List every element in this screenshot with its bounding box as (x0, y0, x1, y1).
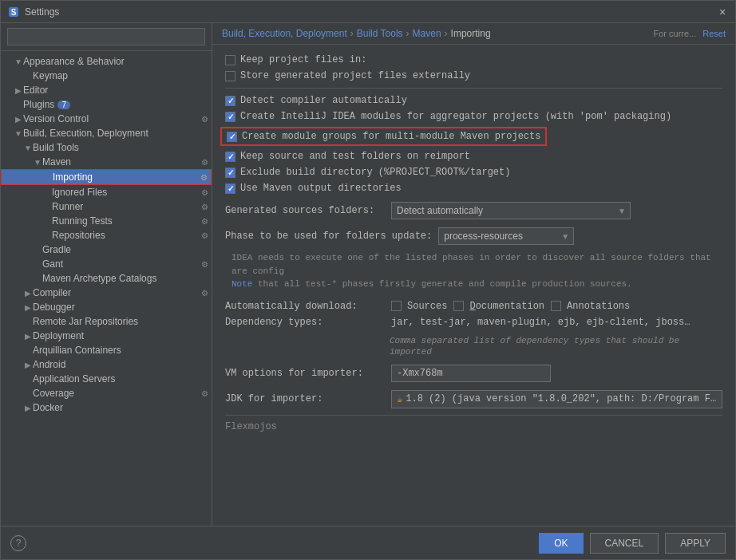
auto-download-label: Automatically download: (225, 301, 385, 312)
sidebar-item-compiler[interactable]: ▶ Compiler ⚙ (1, 286, 212, 300)
checkbox-container: ✓ Create module groups for multi-module … (227, 131, 540, 142)
dependency-types-label: Dependency types: (225, 317, 385, 328)
info-line-2-rest: that all test-* phases firstly generate … (258, 279, 632, 289)
use-maven-output-label: Use Maven output directories (240, 183, 402, 194)
breadcrumb-build-tools[interactable]: Build Tools (357, 28, 403, 39)
sidebar-item-remote-jar[interactable]: Remote Jar Repositories (1, 314, 212, 329)
check-mark: ✓ (228, 97, 234, 105)
setting-create-module-groups: ✓ Create module groups for multi-module … (220, 127, 547, 146)
sidebar-item-label: Appearance & Behavior (23, 56, 125, 67)
help-button[interactable]: ? (10, 535, 26, 551)
sidebar-item-debugger[interactable]: ▶ Debugger (1, 300, 212, 314)
sidebar-item-android[interactable]: ▶ Android (1, 357, 212, 372)
generated-sources-dropdown[interactable]: Detect automatically (391, 202, 631, 219)
sidebar-item-label: Importing (53, 172, 93, 183)
exclude-build-checkbox[interactable]: ✓ (225, 168, 235, 178)
sidebar-item-maven[interactable]: ▼ Maven ⚙ (1, 155, 212, 169)
phase-dropdown[interactable]: process-resources (438, 227, 574, 245)
sidebar-item-runner[interactable]: Runner ⚙ (1, 199, 212, 214)
apply-button[interactable]: APPLY (665, 533, 726, 554)
search-input[interactable] (7, 28, 205, 45)
sidebar-item-gant[interactable]: Gant ⚙ (1, 257, 212, 271)
breadcrumb-sep-3: › (445, 28, 448, 39)
breadcrumb-maven[interactable]: Maven (413, 28, 441, 39)
sidebar-item-ignored-files[interactable]: Ignored Files ⚙ (1, 185, 212, 199)
info-line-1: IDEA needs to execute one of the listed … (231, 251, 722, 278)
sources-checkbox[interactable] (391, 301, 402, 311)
cancel-button[interactable]: CANCEL (590, 533, 659, 554)
check-mark: ✓ (229, 132, 235, 141)
documentation-checkbox[interactable] (453, 301, 464, 311)
vm-options-row: VM options for importer: (225, 365, 722, 382)
expand-arrow (33, 245, 42, 254)
generated-sources-label: Generated sources folders: (225, 205, 385, 216)
sidebar-item-label: Application Servers (33, 373, 115, 385)
detect-compiler-label: Detect compiler automatically (240, 95, 407, 106)
sidebar-item-label: Running Tests (52, 215, 113, 227)
sidebar-item-build-execution[interactable]: ▼ Build, Execution, Deployment (1, 126, 212, 140)
expand-arrow: ▼ (14, 128, 23, 138)
documentation-option: Documentation (453, 301, 544, 312)
checkbox-container: ✓ Create IntelliJ IDEA modules for aggre… (225, 111, 671, 122)
sidebar-item-label: Debugger (33, 302, 75, 313)
sidebar-item-version-control[interactable]: ▶ Version Control ⚙ (1, 112, 212, 126)
keep-project-checkbox[interactable] (225, 55, 235, 65)
breadcrumb-build[interactable]: Build, Execution, Deployment (222, 28, 347, 39)
sidebar-item-repositories[interactable]: Repositories ⚙ (1, 228, 212, 243)
sidebar-item-coverage[interactable]: Coverage ⚙ (1, 386, 212, 400)
checkbox-container: ✓ Keep source and test folders on reimpo… (225, 151, 470, 162)
close-button[interactable]: × (716, 6, 729, 18)
vm-options-input[interactable] (391, 365, 551, 382)
expand-arrow (14, 100, 23, 109)
breadcrumb-current: Importing (451, 28, 491, 39)
sidebar-item-build-tools[interactable]: ▼ Build Tools (1, 140, 212, 155)
sidebar-item-gradle[interactable]: Gradle (1, 243, 212, 257)
sidebar-item-label: Compiler (33, 287, 71, 298)
use-maven-output-checkbox[interactable]: ✓ (225, 183, 235, 194)
info-line-2: Note that all test-* phases firstly gene… (231, 278, 722, 291)
ok-button[interactable]: OK (539, 533, 583, 554)
expand-arrow (43, 172, 53, 182)
sidebar-item-docker[interactable]: ▶ Docker (1, 400, 212, 415)
sidebar-item-deployment[interactable]: ▶ Deployment (1, 329, 212, 343)
store-generated-checkbox[interactable] (225, 71, 235, 81)
expand-arrow (42, 231, 52, 240)
sidebar-item-label: Repositories (52, 230, 105, 241)
expand-arrow (42, 202, 52, 211)
annotations-checkbox[interactable] (551, 301, 561, 311)
sidebar-item-appearance[interactable]: ▼ Appearance & Behavior (1, 54, 212, 69)
main-content: Build, Execution, Deployment › Build Too… (212, 23, 735, 526)
sidebar-item-label: Remote Jar Repositories (33, 316, 138, 327)
gear-icon: ⚙ (201, 231, 208, 240)
detect-compiler-checkbox[interactable]: ✓ (225, 96, 235, 106)
check-mark: ✓ (228, 168, 234, 177)
sidebar-item-plugins[interactable]: Plugins 7 (1, 97, 212, 112)
keep-source-checkbox[interactable]: ✓ (225, 152, 235, 162)
expand-arrow: ▶ (23, 403, 33, 412)
sidebar-item-maven-archetype-catalogs[interactable]: Maven Archetype Catalogs (1, 271, 212, 286)
gear-icon: ⚙ (200, 173, 208, 182)
sidebar-item-running-tests[interactable]: Running Tests ⚙ (1, 214, 212, 228)
gear-icon: ⚙ (201, 158, 208, 167)
sidebar-item-label: Build, Execution, Deployment (23, 128, 148, 139)
keep-project-label: Keep project files in: (240, 54, 366, 65)
sidebar-item-app-servers[interactable]: Application Servers (1, 372, 212, 386)
settings-panel: Keep project files in: Store generated p… (212, 45, 735, 526)
setting-exclude-build: ✓ Exclude build directory (%PROJECT_ROOT… (225, 167, 722, 178)
sidebar-item-label: Gant (42, 258, 63, 270)
sidebar-item-label: Gradle (42, 244, 71, 255)
checkbox-container: ✓ Detect compiler automatically (225, 95, 407, 106)
expand-arrow (33, 274, 42, 283)
jdk-selector[interactable]: ☕ 1.8 (2) (java version "1.8.0_202", pat… (391, 390, 722, 408)
create-module-groups-checkbox[interactable]: ✓ (227, 132, 237, 142)
sidebar-item-arquillian[interactable]: Arquillian Containers (1, 343, 212, 357)
sidebar-item-editor[interactable]: ▶ Editor (1, 83, 212, 97)
sidebar-item-importing[interactable]: Importing ⚙ (1, 169, 212, 185)
gear-icon: ⚙ (201, 289, 208, 298)
create-modules-checkbox[interactable]: ✓ (225, 112, 235, 122)
sidebar: ▼ Appearance & Behavior Keymap ▶ Editor … (1, 23, 212, 526)
reset-link[interactable]: Reset (702, 29, 726, 38)
sidebar-item-keymap[interactable]: Keymap (1, 69, 212, 83)
breadcrumb-right: For curre... Reset (653, 29, 726, 38)
vm-options-label: VM options for importer: (225, 368, 385, 379)
